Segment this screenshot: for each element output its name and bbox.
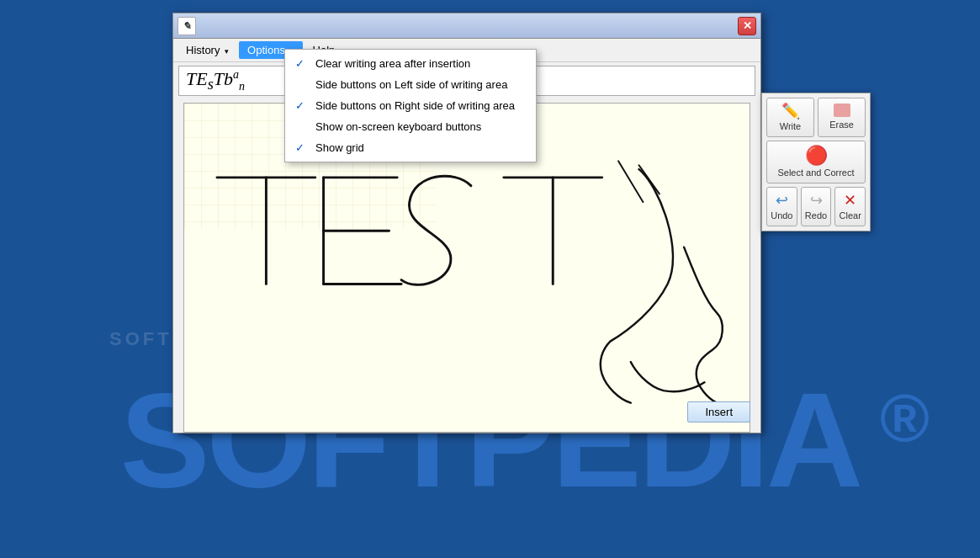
dropdown-label-0: Clear writing area after insertion bbox=[315, 57, 470, 70]
title-icon: ✎ bbox=[177, 17, 196, 35]
write-erase-row: ✏️ Write Erase bbox=[766, 98, 866, 137]
dropdown-item-4[interactable]: ✓ Show grid bbox=[285, 137, 536, 158]
title-bar: ✎ ✕ bbox=[173, 13, 760, 39]
erase-label: Erase bbox=[829, 120, 854, 130]
redo-label: Redo bbox=[805, 210, 827, 221]
softpedia-registered: ® bbox=[880, 380, 930, 457]
undo-button[interactable]: ↩ Undo bbox=[766, 187, 797, 226]
dropdown-label-4: Show grid bbox=[315, 141, 364, 154]
dropdown-label-1: Side buttons on Left side of writing are… bbox=[315, 78, 507, 91]
right-panel: ✏️ Write Erase 🔴 Select and Correct ↩ Un… bbox=[761, 93, 871, 231]
clear-button[interactable]: ✕ Clear bbox=[834, 187, 866, 226]
options-dropdown: ✓ Clear writing area after insertion Sid… bbox=[284, 49, 537, 162]
erase-button[interactable]: Erase bbox=[818, 98, 866, 137]
dropdown-item-1[interactable]: Side buttons on Left side of writing are… bbox=[285, 74, 536, 95]
dropdown-label-3: Show on-screen keyboard buttons bbox=[315, 120, 481, 133]
check-2: ✓ bbox=[295, 99, 309, 112]
menu-history[interactable]: History ▾ bbox=[177, 41, 237, 59]
write-label: Write bbox=[780, 121, 801, 131]
check-0: ✓ bbox=[295, 57, 309, 70]
select-correct-button[interactable]: 🔴 Select and Correct bbox=[766, 141, 866, 183]
dropdown-item-3[interactable]: Show on-screen keyboard buttons bbox=[285, 116, 536, 137]
write-icon: ✏️ bbox=[781, 104, 800, 119]
close-button[interactable]: ✕ bbox=[738, 17, 756, 35]
clear-icon: ✕ bbox=[844, 193, 856, 208]
preview-text: TEsTban bbox=[186, 68, 245, 94]
history-arrow: ▾ bbox=[225, 47, 229, 56]
insert-button[interactable]: Insert bbox=[687, 401, 750, 422]
redo-button[interactable]: ↪ Redo bbox=[801, 187, 832, 226]
undo-icon: ↩ bbox=[776, 193, 788, 208]
erase-icon bbox=[834, 104, 850, 117]
dropdown-item-2[interactable]: ✓ Side buttons on Right side of writing … bbox=[285, 95, 536, 116]
dropdown-item-0[interactable]: ✓ Clear writing area after insertion bbox=[285, 53, 536, 74]
select-label: Select and Correct bbox=[777, 167, 854, 178]
clear-label: Clear bbox=[840, 210, 861, 221]
undo-label: Undo bbox=[771, 210, 792, 221]
select-icon: 🔴 bbox=[805, 146, 828, 165]
dropdown-label-2: Side buttons on Right side of writing ar… bbox=[315, 99, 515, 112]
undo-redo-clear-row: ↩ Undo ↪ Redo ✕ Clear bbox=[766, 187, 866, 226]
redo-icon: ↪ bbox=[810, 193, 823, 208]
check-4: ✓ bbox=[295, 141, 309, 154]
write-button[interactable]: ✏️ Write bbox=[766, 98, 814, 137]
